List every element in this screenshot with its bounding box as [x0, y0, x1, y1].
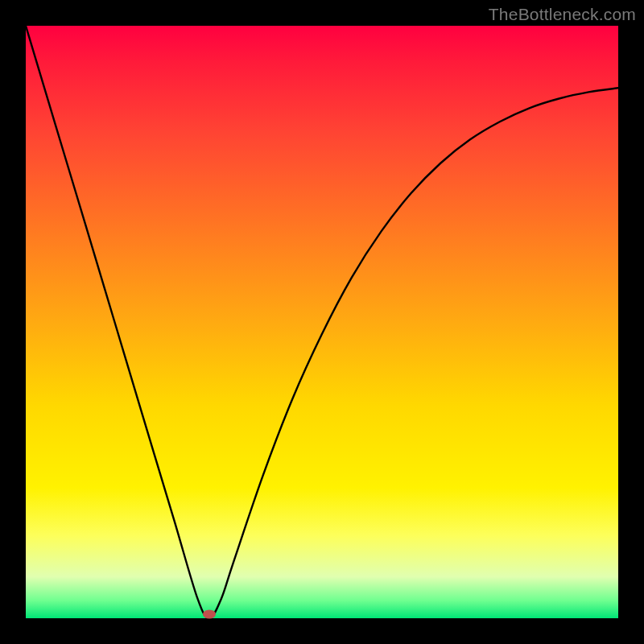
watermark-text: TheBottleneck.com	[489, 5, 636, 24]
chart-frame: TheBottleneck.com	[0, 0, 644, 644]
min-marker-icon	[203, 609, 216, 618]
bottleneck-curve	[26, 26, 618, 618]
plot-area	[26, 26, 618, 618]
